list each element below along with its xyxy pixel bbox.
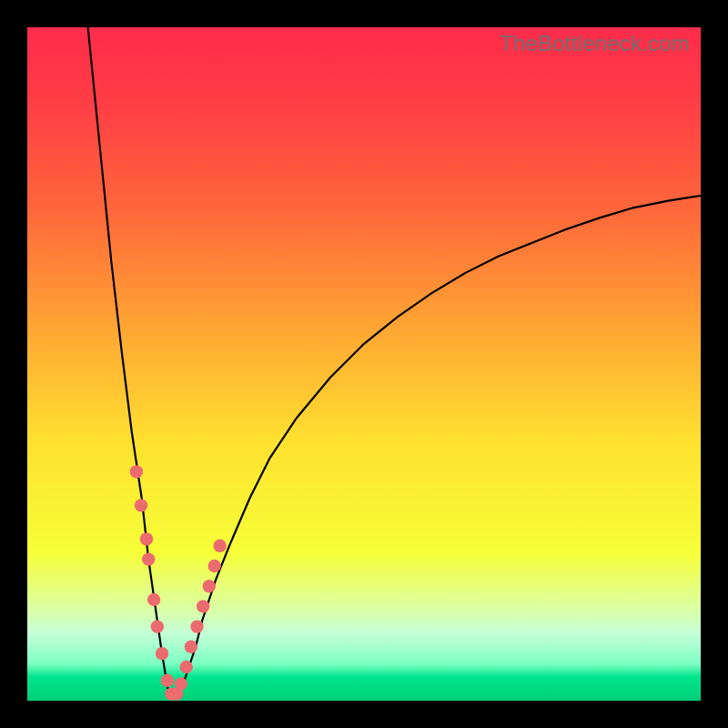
marker-dot (161, 674, 174, 687)
marker-dot (140, 532, 153, 545)
marker-dot (208, 560, 221, 572)
watermark-text: TheBottleneck.com (500, 31, 690, 56)
marker-dot (130, 465, 143, 478)
marker-dot (151, 620, 164, 632)
marker-dot (175, 677, 187, 690)
bottleneck-curve (88, 27, 701, 697)
marker-dot (147, 593, 160, 606)
marker-dot (135, 499, 147, 511)
highlight-markers (130, 465, 227, 701)
marker-dot (179, 661, 192, 673)
marker-dot (197, 600, 209, 612)
plot-area: TheBottleneck.com (27, 27, 701, 701)
curve-layer (27, 27, 701, 701)
marker-dot (156, 647, 168, 660)
marker-dot (203, 580, 216, 592)
chart-frame: TheBottleneck.com (0, 0, 728, 728)
marker-dot (142, 552, 155, 565)
marker-dot (190, 620, 203, 632)
marker-dot (213, 540, 226, 552)
marker-dot (185, 641, 197, 653)
